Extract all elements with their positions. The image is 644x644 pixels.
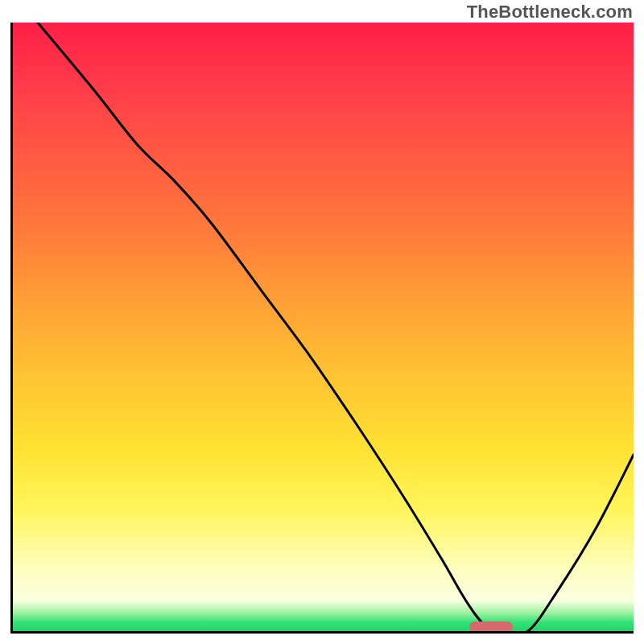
watermark-text: TheBottleneck.com [467, 2, 633, 23]
optimum-marker [469, 621, 513, 631]
curve-svg [13, 23, 634, 631]
plot-axes [10, 23, 634, 634]
curve-line [38, 23, 634, 631]
chart-container: TheBottleneck.com [0, 0, 644, 644]
plot-inner [13, 23, 634, 631]
